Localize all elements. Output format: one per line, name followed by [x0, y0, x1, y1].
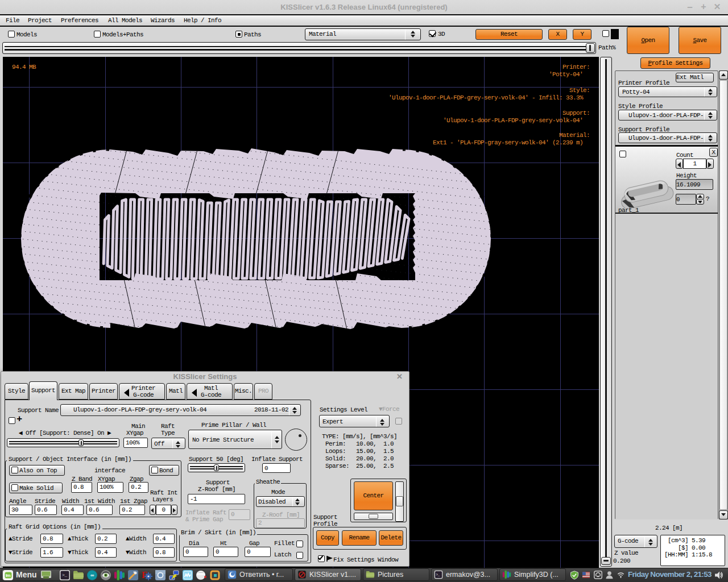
- svg-text:>_: >_: [62, 572, 67, 577]
- svg-text:lm: lm: [6, 573, 11, 578]
- svg-text:>_: >_: [436, 573, 440, 577]
